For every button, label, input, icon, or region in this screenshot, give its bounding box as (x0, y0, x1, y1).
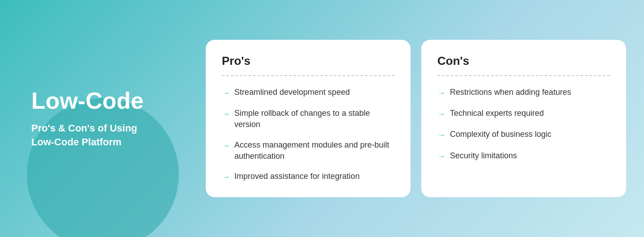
left-section: Low-Code Pro's & Con's of Using Low-Code… (18, 13, 206, 224)
pros-list: → Streamlined development speed → Simple… (222, 87, 394, 183)
list-item: → Simple rollback of changes to a stable… (222, 108, 394, 130)
cons-card: Con's → Restrictions when adding feature… (421, 40, 626, 197)
subtitle-line1: Pro's & Con's of Using (31, 123, 137, 134)
cons-list: → Restrictions when adding features → Te… (437, 87, 610, 162)
subtitle: Pro's & Con's of Using Low-Code Platform (31, 122, 206, 149)
arrow-icon: → (222, 88, 230, 99)
pros-item-1: Streamlined development speed (234, 87, 350, 98)
list-item: → Security limitations (437, 150, 610, 162)
left-text: Low-Code Pro's & Con's of Using Low-Code… (31, 88, 206, 149)
pros-divider (222, 75, 394, 76)
subtitle-line2: Low-Code Platform (31, 136, 122, 148)
pros-item-4: Improved assistance for integration (234, 171, 360, 182)
arrow-icon: → (437, 109, 445, 120)
list-item: → Restrictions when adding features (437, 87, 610, 99)
arrow-icon: → (437, 151, 445, 162)
cons-item-4: Security limitations (450, 150, 517, 161)
list-item: → Technical experts required (437, 108, 610, 120)
pros-card: Pro's → Streamlined development speed → … (206, 40, 411, 197)
list-item: → Complexity of business logic (437, 129, 610, 141)
pros-card-title: Pro's (222, 54, 394, 68)
list-item: → Improved assistance for integration (222, 171, 394, 183)
list-item: → Access management modules and pre-buil… (222, 140, 394, 162)
cons-divider (437, 75, 610, 76)
pros-item-3: Access management modules and pre-built … (234, 140, 394, 162)
list-item: → Streamlined development speed (222, 87, 394, 99)
arrow-icon: → (437, 88, 445, 99)
page-background: Low-Code Pro's & Con's of Using Low-Code… (0, 0, 644, 237)
cons-card-title: Con's (437, 54, 610, 68)
cons-item-2: Technical experts required (450, 108, 544, 119)
cons-item-3: Complexity of business logic (450, 129, 551, 140)
cards-section: Pro's → Streamlined development speed → … (206, 40, 626, 197)
arrow-icon: → (222, 140, 230, 152)
arrow-icon: → (222, 109, 230, 120)
arrow-icon: → (222, 172, 230, 183)
main-title: Low-Code (31, 88, 206, 114)
arrow-icon: → (437, 130, 445, 141)
cons-item-1: Restrictions when adding features (450, 87, 571, 98)
pros-item-2: Simple rollback of changes to a stable v… (234, 108, 394, 130)
